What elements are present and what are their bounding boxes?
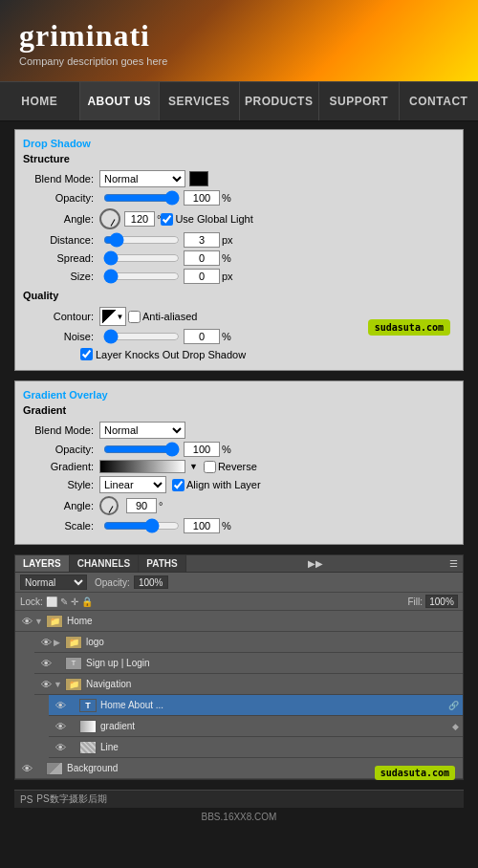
opacity-input[interactable]	[184, 190, 220, 206]
eye-icon-homeabout[interactable]: 👁	[53, 699, 68, 712]
gradient-arrow-icon[interactable]: ▼	[189, 462, 198, 471]
tab-menu-icon[interactable]: ☰	[445, 555, 463, 572]
go-angle-input[interactable]	[126, 498, 157, 513]
gradient-bar[interactable]	[99, 460, 185, 473]
layer-row-line[interactable]: 👁 Line	[49, 737, 463, 758]
layers-tabs: LAYERS CHANNELS PATHS ▶▶ ☰	[15, 555, 463, 573]
layer-name-line: Line	[100, 742, 459, 752]
layers-panel: LAYERS CHANNELS PATHS ▶▶ ☰ Normal Opacit…	[14, 554, 464, 780]
tab-paths[interactable]: PATHS	[139, 555, 185, 572]
layer-row-homeabout[interactable]: 👁 T Home About ... 🔗	[49, 695, 463, 716]
expand-navigation[interactable]: ▼	[54, 680, 65, 689]
diamond-icon: ◆	[452, 722, 459, 731]
bg-icon	[46, 762, 63, 775]
eye-icon-logo[interactable]: 👁	[38, 636, 54, 649]
contour-preview[interactable]: ▼	[99, 307, 126, 326]
opacity-slider[interactable]	[103, 194, 180, 202]
layer-name-signup: Sign up | Login	[86, 658, 459, 668]
eye-icon-signup[interactable]: 👁	[38, 657, 54, 670]
spread-slider[interactable]	[103, 254, 180, 262]
go-style-row: Style: Linear Align with Layer	[23, 476, 455, 493]
size-label: Size:	[23, 271, 99, 282]
nav-contact[interactable]: CONTACT	[400, 82, 479, 120]
size-unit: px	[222, 271, 233, 282]
layer-name-gradient: gradient	[100, 721, 449, 731]
lock-transparent-icon[interactable]: ⬜	[46, 597, 57, 607]
expand-home[interactable]: ▼	[34, 617, 46, 626]
distance-label: Distance:	[23, 234, 99, 246]
noise-slider[interactable]	[103, 333, 180, 340]
logo-title: griminati	[19, 18, 459, 54]
noise-input[interactable]	[184, 329, 220, 344]
fill-input[interactable]	[425, 595, 458, 608]
eye-icon-navigation[interactable]: 👁	[38, 678, 54, 691]
layer-row-home[interactable]: 👁 ▼ 📁 Home	[15, 611, 463, 632]
layer-row-background[interactable]: 👁 Background sudasuta.com	[15, 758, 463, 779]
spread-input[interactable]	[184, 250, 220, 266]
layer-row-logo[interactable]: 👁 ▶ 📁 logo	[34, 632, 463, 653]
go-opacity-row: Opacity: %	[23, 442, 455, 457]
layer-row-signup[interactable]: 👁 T Sign up | Login	[34, 653, 463, 674]
tab-channels[interactable]: CHANNELS	[70, 555, 140, 572]
eye-icon-gradient[interactable]: 👁	[53, 720, 68, 733]
go-scale-label: Scale:	[23, 520, 99, 532]
ps-status-bar: PS PS数字摄影后期	[14, 790, 464, 808]
bottom-bar: BBS.16XX8.COM	[14, 808, 464, 826]
gradient-section-label: Gradient	[23, 404, 455, 416]
layer-knocks-checkbox[interactable]	[80, 348, 93, 360]
layer-row-navigation[interactable]: 👁 ▼ 📁 Navigation	[34, 674, 463, 695]
reverse-checkbox[interactable]	[204, 461, 216, 473]
size-slider[interactable]	[103, 272, 180, 280]
go-angle-label: Angle:	[23, 500, 99, 511]
distance-slider[interactable]	[103, 236, 180, 244]
contour-arrow-icon	[102, 310, 116, 323]
layers-opacity-input[interactable]	[134, 575, 168, 589]
anti-alias-checkbox[interactable]	[128, 311, 141, 323]
color-swatch[interactable]	[189, 171, 208, 186]
layer-row-gradient[interactable]: 👁 gradient ◆	[49, 716, 463, 737]
go-angle-dial[interactable]	[99, 496, 119, 515]
nav-about[interactable]: ABOUT US	[80, 82, 161, 120]
content-area: Drop Shadow Structure Blend Mode: Normal…	[0, 121, 478, 834]
go-scale-slider[interactable]	[103, 522, 180, 530]
ps-bar-text: PS数字摄影后期	[36, 792, 106, 806]
distance-row: Distance: px	[23, 232, 455, 248]
angle-row: Angle: ° Use Global Light	[23, 208, 455, 229]
tab-more[interactable]: ▶▶	[303, 555, 328, 572]
nav-support[interactable]: SUPPORT	[319, 82, 400, 120]
go-opacity-slider[interactable]	[103, 445, 180, 453]
go-style-select[interactable]: Linear	[99, 476, 166, 493]
eye-icon-line[interactable]: 👁	[53, 741, 68, 754]
nav-services[interactable]: SERVICES	[160, 82, 240, 120]
expand-logo[interactable]: ▶	[54, 638, 65, 647]
lock-label: Lock:	[20, 597, 43, 607]
folder-icon-home: 📁	[46, 615, 63, 628]
size-input[interactable]	[184, 269, 220, 284]
eye-icon-background[interactable]: 👁	[19, 762, 34, 775]
noise-unit: %	[222, 331, 231, 342]
go-opacity-input[interactable]	[184, 442, 220, 457]
structure-label: Structure	[23, 153, 455, 164]
nav-products[interactable]: PRODUCTS	[240, 82, 320, 120]
tab-layers[interactable]: LAYERS	[15, 555, 70, 572]
drop-shadow-title: Drop Shadow	[23, 138, 455, 149]
lock-all-icon[interactable]: 🔒	[81, 597, 93, 607]
distance-input[interactable]	[184, 232, 220, 248]
lock-move-icon[interactable]: ✛	[71, 597, 78, 607]
contour-label: Contour:	[23, 311, 99, 322]
blend-mode-select[interactable]: Normal	[99, 170, 185, 187]
angle-dial[interactable]	[99, 208, 120, 229]
nav-home[interactable]: HOME	[0, 82, 80, 120]
layers-blend-select[interactable]: Normal	[20, 575, 87, 590]
text-icon-signup: T	[65, 657, 82, 670]
gradient-icon	[79, 720, 97, 733]
go-angle-unit: °	[159, 500, 163, 511]
lock-paint-icon[interactable]: ✎	[60, 597, 68, 607]
eye-icon-home[interactable]: 👁	[19, 615, 34, 628]
go-blend-select[interactable]: Normal	[99, 422, 185, 439]
layer-name-navigation: Navigation	[86, 679, 459, 689]
global-light-checkbox[interactable]	[161, 213, 173, 226]
align-layer-checkbox[interactable]	[172, 479, 185, 491]
angle-input[interactable]	[124, 211, 155, 227]
go-scale-input[interactable]	[184, 518, 220, 533]
